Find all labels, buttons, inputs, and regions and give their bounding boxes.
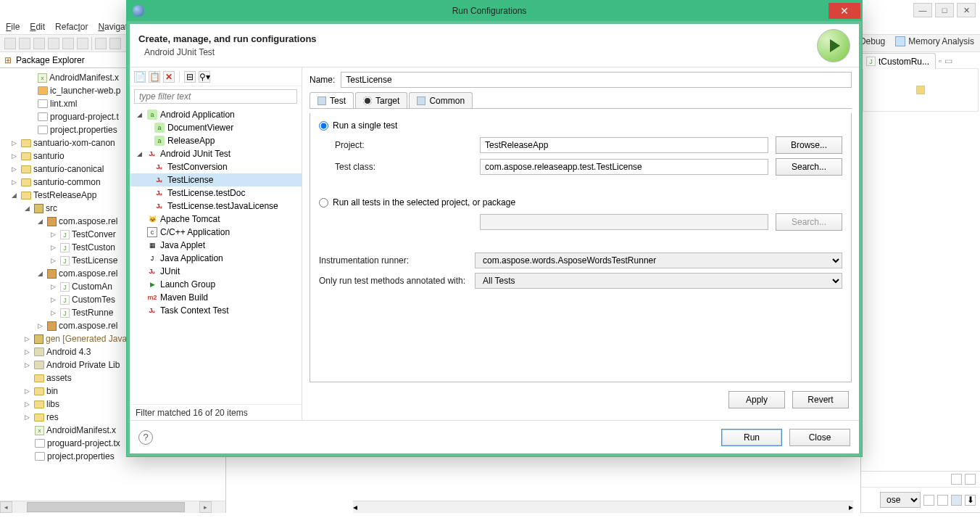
config-category-android-junit[interactable]: ◢JᵤAndroid JUnit Test <box>130 147 302 160</box>
project-input[interactable] <box>480 137 768 153</box>
config-item[interactable]: aReleaseApp <box>130 134 302 147</box>
menu-refactor[interactable]: Refactor <box>55 22 88 33</box>
help-icon[interactable]: ? <box>138 430 153 445</box>
config-item[interactable]: JᵤTestLicense.testDoc <box>130 186 302 200</box>
menu-edit[interactable]: Edit <box>30 22 45 33</box>
toolbar-icon[interactable] <box>19 38 30 49</box>
config-category-task-context[interactable]: JᵤTask Context Test <box>130 304 302 317</box>
dialog-close-button[interactable]: ✕ <box>829 3 860 19</box>
scrollbar-thumb[interactable] <box>27 502 185 512</box>
file-icon <box>38 99 48 108</box>
project-icon <box>21 178 31 186</box>
radio-run-single-test[interactable] <box>319 121 328 131</box>
config-category-java-app[interactable]: JJava Application <box>130 252 302 265</box>
toolbar-icon[interactable] <box>33 38 45 49</box>
download-icon[interactable]: ⬇ <box>965 495 976 506</box>
filter-status-label: Filter matched 16 of 20 items <box>130 404 302 420</box>
library-icon <box>34 348 44 356</box>
tree-label: JUnit <box>160 266 180 276</box>
scroll-left-icon[interactable]: ◂ <box>0 501 12 513</box>
tree-label: com.aspose.rel <box>59 267 117 280</box>
toolbar-icon[interactable] <box>62 38 74 49</box>
editor-tab[interactable]: J tCustomRu... <box>860 53 936 69</box>
tree-label: ReleaseApp <box>167 136 215 146</box>
project-icon <box>21 165 31 173</box>
toolbar-icon[interactable] <box>77 38 88 49</box>
toolbar-icon[interactable] <box>95 38 107 49</box>
config-filter-input[interactable] <box>134 89 297 104</box>
config-item[interactable]: JᵤTestLicense.testJavaLicense <box>130 200 302 213</box>
marker-icon <box>916 86 925 94</box>
view-maximize-icon[interactable] <box>965 474 976 485</box>
folder-icon <box>34 374 44 382</box>
config-item-selected[interactable]: JᵤTestLicense <box>130 173 302 186</box>
right-pane-select[interactable]: ose <box>880 492 921 508</box>
filter-icon[interactable]: ⚲▾ <box>199 71 210 83</box>
config-item[interactable]: aDocumentViewer <box>130 121 302 134</box>
run-button[interactable]: Run <box>721 429 782 446</box>
window-minimize-button[interactable]: — <box>913 3 932 17</box>
apply-button[interactable]: Apply <box>728 391 785 408</box>
menu-file[interactable]: File <box>6 22 20 33</box>
browse-project-button[interactable]: Browse... <box>776 136 842 154</box>
toolbar-icon[interactable] <box>48 38 59 49</box>
tab-target[interactable]: Target <box>355 92 407 108</box>
junit-icon: Jᵤ <box>147 266 157 276</box>
config-category-junit[interactable]: JᵤJUnit <box>130 265 302 278</box>
tree-label: ic_launcher-web.p <box>50 84 120 97</box>
scroll-left-icon[interactable]: ◂ <box>353 502 357 512</box>
horizontal-scrollbar[interactable]: ◂ ▸ <box>0 501 225 513</box>
config-tree[interactable]: ◢aAndroid Application aDocumentViewer aR… <box>130 107 302 404</box>
config-category-android-application[interactable]: ◢aAndroid Application <box>130 108 302 121</box>
package-icon: ⊞ <box>4 55 12 65</box>
window-maximize-button[interactable]: □ <box>935 3 954 17</box>
close-button[interactable]: Close <box>789 429 850 446</box>
config-category-applet[interactable]: ▦Java Applet <box>130 239 302 252</box>
tree-label: bin <box>46 385 58 398</box>
package-icon <box>47 217 57 226</box>
config-category-tomcat[interactable]: 🐱Apache Tomcat <box>130 213 302 226</box>
search-class-button[interactable]: Search... <box>776 158 842 176</box>
toolbar-icon[interactable] <box>109 38 121 49</box>
config-tabs: Test Target Common <box>310 92 852 109</box>
window-close-button[interactable]: ✕ <box>957 3 976 17</box>
collapse-all-icon[interactable]: ⊟ <box>184 71 196 83</box>
toolbar-icon[interactable] <box>937 495 948 506</box>
config-category-launch-group[interactable]: ▶Launch Group <box>130 278 302 291</box>
c-icon: c <box>147 227 157 237</box>
dialog-title: Run Configurations <box>150 6 829 16</box>
config-category-cpp[interactable]: cC/C++ Application <box>130 226 302 239</box>
tree-label: TestRunne <box>72 306 113 319</box>
perspective-memory[interactable]: Memory Analysis <box>895 36 974 46</box>
scroll-right-icon[interactable]: ▸ <box>849 502 853 512</box>
view-minimize-icon[interactable] <box>951 474 962 485</box>
tree-label: AndroidManifest.x <box>46 424 116 437</box>
xml-icon: x <box>35 426 44 435</box>
save-icon[interactable] <box>923 495 934 506</box>
dialog-titlebar[interactable]: Run Configurations ✕ <box>127 1 862 21</box>
tab-test[interactable]: Test <box>310 92 354 108</box>
config-item[interactable]: JᵤTestConversion <box>130 160 302 173</box>
toolbar-icon[interactable] <box>4 38 16 49</box>
toolbar-icon[interactable] <box>951 495 962 506</box>
tree-label: libs <box>46 398 59 411</box>
tree-label: CustomAn <box>72 280 112 293</box>
test-class-label: Test class: <box>335 162 473 172</box>
config-name-input[interactable] <box>341 72 852 88</box>
view-minimize-icon[interactable]: ▫ <box>939 56 942 66</box>
dialog-header-subtitle: Android JUnit Test <box>138 47 317 57</box>
radio-run-all-tests[interactable] <box>319 198 328 207</box>
junit-icon: Jᵤ <box>154 162 165 172</box>
instrumentation-runner-select[interactable]: com.aspose.words.AsposeWordsTestRunner <box>475 252 842 268</box>
duplicate-config-icon[interactable]: 📋 <box>149 71 160 83</box>
new-config-icon[interactable]: 📄 <box>134 71 146 83</box>
delete-config-icon[interactable]: ✕ <box>163 71 175 83</box>
config-category-maven[interactable]: m2Maven Build <box>130 291 302 304</box>
test-class-input[interactable] <box>480 159 768 175</box>
tab-common[interactable]: Common <box>409 92 473 108</box>
image-icon <box>38 86 48 95</box>
scroll-right-icon[interactable]: ▸ <box>199 501 212 513</box>
revert-button[interactable]: Revert <box>792 391 849 408</box>
view-maximize-icon[interactable]: ▭ <box>944 56 952 66</box>
test-annotation-select[interactable]: All Tests <box>475 273 842 289</box>
